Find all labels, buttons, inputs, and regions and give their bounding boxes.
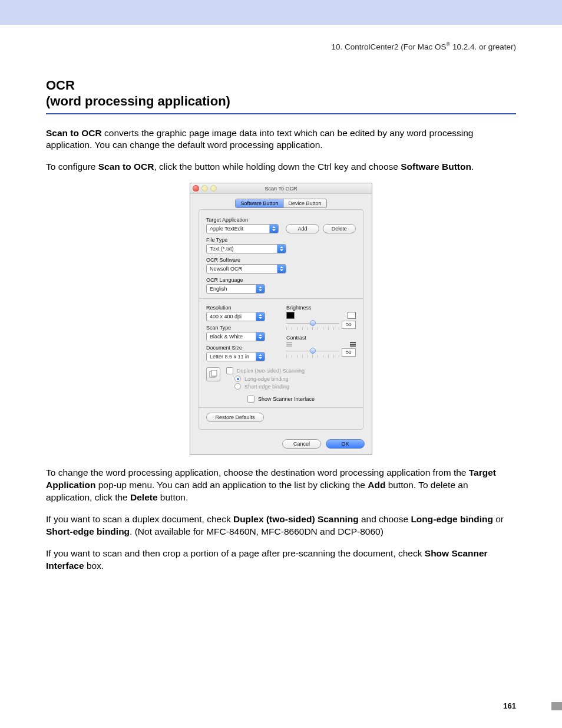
dialog-title: Scan To OCR (190, 186, 372, 192)
dropdown-arrows-icon (277, 245, 286, 253)
p3-f: Delete (130, 492, 158, 502)
target-application-dropdown[interactable]: Apple TextEdit (206, 224, 279, 233)
dialog-figure: Scan To OCR Software Button Device Butto… (46, 183, 516, 455)
page-thumb-tab-icon (551, 702, 562, 710)
dropdown-arrows-icon (256, 353, 265, 361)
restore-defaults-button[interactable]: Restore Defaults (206, 413, 264, 422)
settings-group: Target Application Apple TextEdit Add De… (199, 209, 363, 430)
heading-rule (46, 113, 516, 114)
right-column: Brightness (286, 304, 356, 361)
tab-bar: Software Button Device Button (199, 199, 363, 207)
intro-paragraph-2: To configure Scan to OCR, click the butt… (46, 161, 516, 173)
brightness-value[interactable]: 50 (342, 321, 356, 329)
ocr-language-value: English (207, 286, 256, 292)
minimize-icon[interactable] (201, 185, 208, 192)
top-band (0, 0, 562, 25)
duplex-checkbox[interactable] (226, 367, 233, 374)
dialog-body: Software Button Device Button Target App… (190, 194, 372, 436)
dropdown-arrows-icon (277, 265, 286, 273)
lower-grid: Resolution 400 x 400 dpi Scan Type Black… (206, 304, 356, 361)
svg-rect-1 (211, 370, 217, 376)
ocr-language-dropdown[interactable]: English (206, 284, 265, 294)
heading-line1: OCR (46, 78, 75, 93)
brightness-label: Brightness (286, 305, 356, 311)
duplex-row: Duplex (two-sided) Scanning Long-edge bi… (206, 367, 356, 390)
p4-b: Duplex (two-sided) Scanning (233, 514, 359, 524)
running-head: 10. ControlCenter2 (For Mac OS® 10.2.4. … (46, 41, 516, 51)
long-edge-label: Long-edge binding (244, 376, 289, 382)
document-size-value: Letter 8.5 x 11 in (207, 354, 256, 360)
add-button[interactable]: Add (286, 224, 319, 233)
duplex-label: Duplex (two-sided) Scanning (237, 368, 305, 374)
resolution-value: 400 x 400 dpi (207, 314, 256, 319)
heading-line2: (word processing application) (46, 94, 230, 108)
long-edge-radio[interactable] (234, 375, 241, 382)
titlebar: Scan To OCR (190, 183, 372, 194)
target-application-label: Target Application (206, 217, 356, 223)
p4-e: or (493, 514, 504, 524)
p3-d: Add (368, 480, 385, 490)
resolution-label: Resolution (206, 305, 276, 311)
p4-d: Long-edge binding (411, 514, 492, 524)
resolution-dropdown[interactable]: 400 x 400 dpi (206, 312, 265, 321)
contrast-value[interactable]: 50 (342, 348, 356, 357)
section-heading: OCR (word processing application) (46, 77, 516, 110)
p3-c: pop-up menu. You can add an application … (95, 480, 368, 490)
scan-type-value: Black & White (207, 334, 256, 340)
p3-a: To change the word processing applicatio… (46, 467, 469, 477)
ocr-software-value: Newsoft OCR (207, 266, 277, 272)
target-application-value: Apple TextEdit (207, 226, 269, 232)
document-size-dropdown[interactable]: Letter 8.5 x 11 in (206, 352, 265, 361)
contrast-high-icon (350, 342, 356, 347)
paragraph-3: To change the word processing applicatio… (46, 467, 516, 504)
p4-g: . (Not available for MFC-8460N, MFC-8660… (130, 526, 384, 536)
p1-bold: Scan to OCR (46, 128, 102, 138)
dropdown-arrows-icon (256, 285, 265, 293)
long-edge-row: Long-edge binding (234, 375, 356, 382)
brightness-slider[interactable] (286, 320, 339, 326)
tab-device-button[interactable]: Device Button (284, 199, 326, 207)
file-type-dropdown[interactable]: Text (*.txt) (206, 244, 286, 253)
p5-c: box. (84, 561, 104, 571)
p1-rest: converts the graphic page image data int… (46, 128, 473, 150)
duplex-checkbox-row: Duplex (two-sided) Scanning (226, 367, 356, 374)
scan-type-dropdown[interactable]: Black & White (206, 332, 265, 341)
p4-f: Short-edge binding (46, 526, 130, 536)
p5-a: If you want to scan and then crop a port… (46, 548, 425, 558)
slider-thumb-icon[interactable] (310, 320, 316, 326)
brightness-swatch-light-icon (348, 312, 356, 319)
tab-software-button[interactable]: Software Button (236, 199, 283, 207)
contrast-low-icon (286, 342, 292, 347)
delete-button[interactable]: Delete (323, 224, 356, 233)
content-area: 10. ControlCenter2 (For Mac OS® 10.2.4. … (0, 25, 562, 572)
close-icon[interactable] (193, 185, 199, 192)
p2-e: . (471, 162, 474, 172)
show-scanner-checkbox[interactable] (247, 396, 254, 403)
running-head-prefix: 10. ControlCenter2 (For Mac OS (331, 42, 446, 51)
contrast-ticks (286, 355, 339, 358)
brightness-swatch-dark-icon (286, 312, 295, 319)
ocr-software-dropdown[interactable]: Newsoft OCR (206, 264, 286, 274)
paragraph-5: If you want to scan and then crop a port… (46, 548, 516, 572)
paragraph-4: If you want to scan a duplex document, c… (46, 513, 516, 538)
page-number: 161 (503, 701, 516, 710)
contrast-slider[interactable] (286, 348, 339, 354)
cancel-button[interactable]: Cancel (282, 439, 321, 449)
scan-type-label: Scan Type (206, 325, 276, 331)
short-edge-radio[interactable] (234, 383, 241, 390)
short-edge-row: Short-edge binding (234, 383, 356, 390)
page: 10. ControlCenter2 (For Mac OS® 10.2.4. … (0, 0, 562, 728)
dialog-footer: Cancel OK (190, 436, 372, 454)
ok-button[interactable]: OK (326, 439, 365, 449)
dropdown-arrows-icon (269, 225, 278, 233)
slider-thumb-icon[interactable] (310, 348, 316, 354)
left-column: Resolution 400 x 400 dpi Scan Type Black… (206, 304, 276, 361)
zoom-icon[interactable] (210, 185, 217, 192)
p3-g: button. (158, 492, 189, 502)
document-size-label: Document Size (206, 345, 276, 351)
p2-c: , click the button while holding down th… (154, 162, 401, 172)
scan-to-ocr-dialog: Scan To OCR Software Button Device Butto… (190, 183, 372, 455)
contrast-label: Contrast (286, 335, 356, 341)
dropdown-arrows-icon (256, 332, 265, 341)
file-type-label: File Type (206, 237, 356, 243)
